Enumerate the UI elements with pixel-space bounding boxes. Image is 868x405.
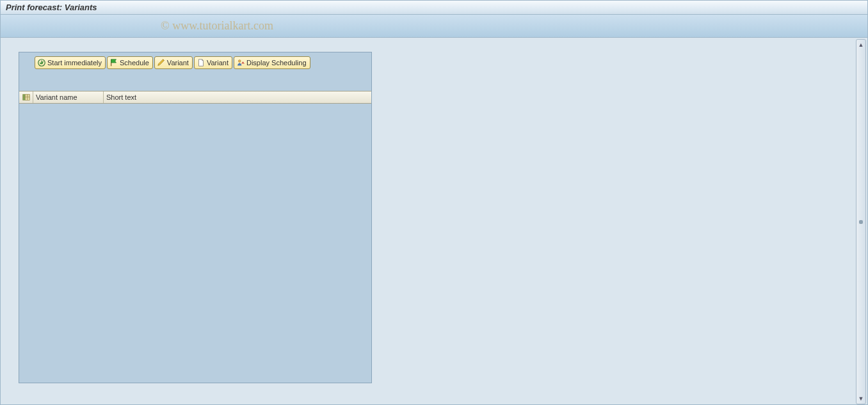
chevron-down-icon: ▼ xyxy=(858,395,864,402)
scroll-up-button[interactable]: ▲ xyxy=(856,40,865,50)
window-title: Print forecast: Variants xyxy=(6,3,97,12)
svg-rect-3 xyxy=(22,95,25,100)
column-header-variant-name[interactable]: Variant name xyxy=(33,91,104,103)
document-icon xyxy=(197,58,205,67)
button-label: Display Scheduling xyxy=(246,59,307,67)
content-area: Start immediately Schedule Variant Varia… xyxy=(1,38,867,405)
display-scheduling-button[interactable]: Display Scheduling xyxy=(234,56,310,69)
variants-panel: Start immediately Schedule Variant Varia… xyxy=(19,52,372,383)
action-button-row: Start immediately Schedule Variant Varia… xyxy=(19,52,371,73)
pencil-icon xyxy=(157,58,166,67)
clock-check-icon xyxy=(37,58,46,67)
button-label: Schedule xyxy=(120,59,149,67)
variant-new-button[interactable]: Variant xyxy=(194,56,232,69)
chevron-up-icon: ▲ xyxy=(858,42,864,48)
column-header-short-text[interactable]: Short text xyxy=(104,91,241,103)
flag-icon xyxy=(109,58,118,67)
column-label: Short text xyxy=(106,93,136,101)
scroll-down-button[interactable]: ▼ xyxy=(856,393,865,404)
person-chart-icon xyxy=(236,58,245,67)
column-label: Variant name xyxy=(36,93,77,101)
svg-point-1 xyxy=(238,60,241,63)
watermark-text: © www.tutorialkart.com xyxy=(161,19,273,33)
variant-edit-button[interactable]: Variant xyxy=(154,56,193,69)
variants-table: Variant name Short text xyxy=(19,91,371,104)
scroll-thumb[interactable] xyxy=(859,220,863,224)
table-header-row: Variant name Short text xyxy=(19,91,371,104)
schedule-button[interactable]: Schedule xyxy=(107,56,153,69)
start-immediately-button[interactable]: Start immediately xyxy=(35,56,106,69)
button-label: Start immediately xyxy=(47,59,102,67)
sub-toolbar: © www.tutorialkart.com xyxy=(1,15,867,38)
select-all-column[interactable] xyxy=(19,91,33,103)
button-label: Variant xyxy=(167,59,189,67)
vertical-scrollbar[interactable]: ▲ ▼ xyxy=(856,39,866,404)
button-label: Variant xyxy=(207,59,229,67)
window-title-bar: Print forecast: Variants xyxy=(1,1,867,15)
table-select-icon xyxy=(22,93,31,102)
